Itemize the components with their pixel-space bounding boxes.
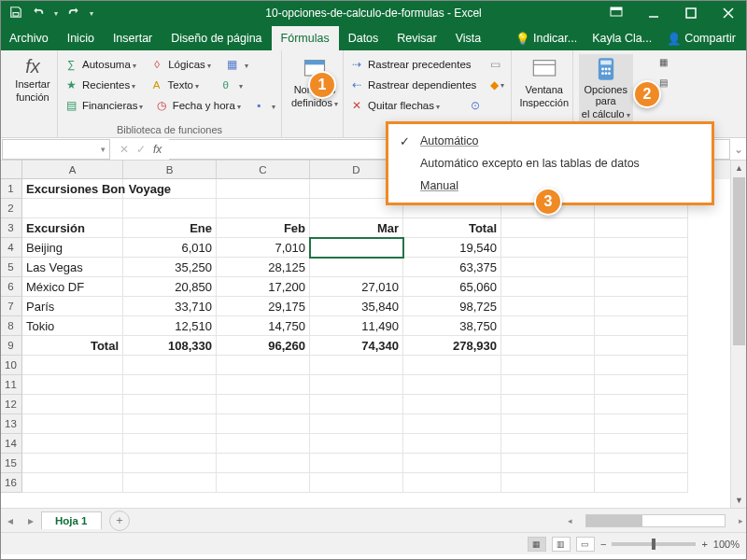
cancel-icon[interactable]: ✕	[120, 143, 129, 156]
recent-button[interactable]: ★Recientes ATexto θ	[63, 75, 275, 95]
share-button[interactable]: 👤Compartir	[661, 32, 741, 46]
cell[interactable]	[403, 356, 501, 375]
tell-me[interactable]: 💡Indicar...	[510, 32, 583, 46]
tab-nav-next-icon[interactable]: ▸	[21, 514, 41, 527]
cell[interactable]	[22, 414, 123, 434]
row-header-13[interactable]: 13	[0, 414, 22, 434]
cell[interactable]	[22, 199, 123, 218]
save-icon[interactable]	[9, 6, 22, 21]
column-header-B[interactable]: B	[123, 161, 217, 179]
row-header-11[interactable]: 11	[0, 375, 22, 395]
cell[interactable]	[501, 297, 595, 316]
tab-formulas[interactable]: Fórmulas	[272, 26, 339, 50]
cell[interactable]: 74,340	[310, 336, 403, 356]
cell[interactable]: Excursiones Bon Voyage	[22, 179, 123, 199]
cell[interactable]	[310, 473, 403, 493]
column-header-C[interactable]: C	[217, 161, 310, 179]
cell[interactable]	[403, 434, 501, 454]
cell[interactable]	[595, 277, 688, 297]
undo-dropdown-icon[interactable]: ▾	[54, 9, 58, 18]
row-header-15[interactable]: 15	[0, 454, 22, 473]
view-normal-button[interactable]: ▦	[528, 537, 546, 552]
cell[interactable]	[123, 375, 217, 395]
cell[interactable]: Las Vegas	[22, 258, 123, 277]
zoom-in-button[interactable]: +	[701, 539, 707, 550]
cell[interactable]	[123, 179, 217, 199]
cell[interactable]	[217, 356, 310, 375]
expand-formula-bar-icon[interactable]: ⌄	[730, 143, 747, 156]
cell[interactable]	[501, 434, 595, 454]
cell[interactable]	[403, 473, 501, 493]
scroll-down-icon[interactable]: ▼	[731, 493, 747, 508]
cell[interactable]	[501, 375, 595, 395]
cell[interactable]	[595, 297, 688, 316]
cell[interactable]: 29,175	[217, 297, 310, 316]
tab-review[interactable]: Revisar	[388, 26, 445, 50]
row-header-16[interactable]: 16	[0, 473, 22, 493]
tab-insert[interactable]: Insertar	[104, 26, 162, 50]
cell[interactable]: Beijing	[22, 238, 123, 258]
row-header-1[interactable]: 1	[0, 179, 22, 199]
sheet-tab-1[interactable]: Hoja 1	[41, 511, 102, 529]
vertical-scrollbar[interactable]: ▲ ▼	[730, 161, 747, 508]
cell[interactable]	[403, 375, 501, 395]
cell[interactable]: Ene	[123, 218, 217, 238]
name-box[interactable]	[2, 139, 110, 160]
cell[interactable]	[403, 395, 501, 414]
cell[interactable]	[217, 434, 310, 454]
cell[interactable]	[595, 473, 688, 493]
cell[interactable]	[123, 454, 217, 473]
tab-nav-prev-icon[interactable]: ◂	[0, 514, 21, 527]
cell[interactable]	[501, 473, 595, 493]
cell[interactable]	[501, 454, 595, 473]
cell[interactable]	[595, 316, 688, 336]
cell[interactable]: 35,840	[310, 297, 403, 316]
zoom-thumb[interactable]	[652, 539, 655, 550]
cell[interactable]: 108,330	[123, 336, 217, 356]
row-header-9[interactable]: 9	[0, 336, 22, 356]
cell[interactable]	[310, 258, 403, 277]
cell[interactable]	[123, 434, 217, 454]
cell[interactable]: 27,010	[310, 277, 403, 297]
tab-file[interactable]: Archivo	[0, 26, 58, 50]
cell[interactable]	[501, 316, 595, 336]
cell[interactable]	[123, 199, 217, 218]
cells-grid[interactable]: Excursiones Bon VoyageExcursiónEneFebMar…	[22, 179, 730, 508]
cell[interactable]: 20,850	[123, 277, 217, 297]
vscroll-thumb[interactable]	[733, 177, 745, 345]
row-header-3[interactable]: 3	[0, 218, 22, 238]
cell[interactable]: 19,540	[403, 238, 501, 258]
cell[interactable]	[123, 473, 217, 493]
cell[interactable]	[310, 238, 403, 258]
fx-button-icon[interactable]: fx	[153, 143, 162, 156]
cell[interactable]	[22, 375, 123, 395]
cell[interactable]	[403, 454, 501, 473]
cell[interactable]: 12,510	[123, 316, 217, 336]
cell[interactable]: 17,200	[217, 277, 310, 297]
scroll-up-icon[interactable]: ▲	[731, 161, 747, 175]
financial-button[interactable]: ▤Financieras ◷Fecha y hora ▪	[63, 95, 275, 116]
cell[interactable]	[403, 414, 501, 434]
row-header-2[interactable]: 2	[0, 199, 22, 218]
cell[interactable]	[501, 395, 595, 414]
cell[interactable]	[501, 336, 595, 356]
cell[interactable]: 11,490	[310, 316, 403, 336]
view-page-break-button[interactable]: ▭	[576, 537, 595, 552]
watch-window-button[interactable]: Ventana Inspección	[517, 54, 571, 110]
cell[interactable]	[501, 218, 595, 238]
remove-arrows-button[interactable]: ✕Quitar flechas ⊙	[349, 95, 505, 116]
ribbon-options-icon[interactable]	[598, 0, 635, 26]
cell[interactable]	[310, 454, 403, 473]
cell[interactable]	[595, 238, 688, 258]
cell[interactable]	[217, 395, 310, 414]
cell[interactable]: 28,125	[217, 258, 310, 277]
cell[interactable]: Total	[403, 218, 501, 238]
cell[interactable]: 35,250	[123, 258, 217, 277]
cell[interactable]	[310, 356, 403, 375]
cell[interactable]: 38,750	[403, 316, 501, 336]
cell[interactable]: 98,725	[403, 297, 501, 316]
cell[interactable]	[217, 179, 310, 199]
enter-icon[interactable]: ✓	[136, 143, 146, 156]
row-header-10[interactable]: 10	[0, 356, 22, 375]
account-user[interactable]: Kayla Cla...	[586, 32, 657, 45]
